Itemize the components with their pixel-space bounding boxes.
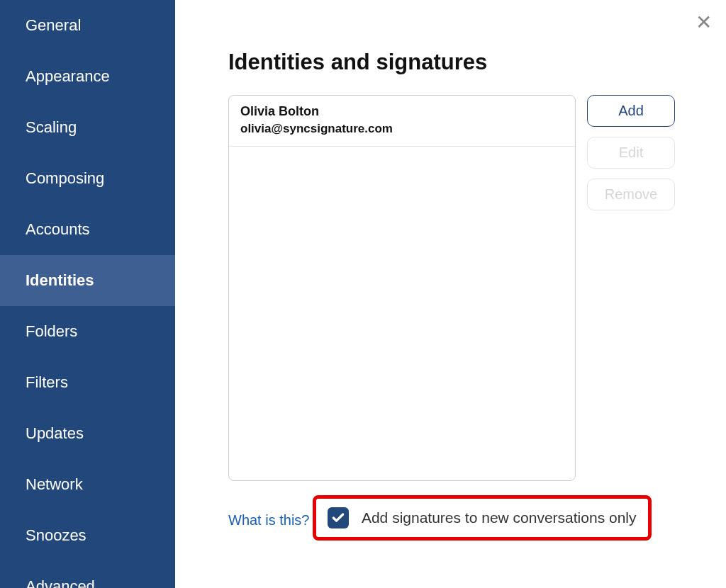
close-button[interactable]: ✕ bbox=[696, 13, 712, 33]
identity-email: olivia@syncsignature.com bbox=[240, 122, 564, 136]
sidebar-item-identities[interactable]: Identities bbox=[0, 255, 175, 306]
sidebar-item-updates[interactable]: Updates bbox=[0, 408, 175, 459]
identity-name: Olivia Bolton bbox=[240, 104, 564, 119]
edit-button: Edit bbox=[587, 137, 675, 169]
sidebar-item-snoozes[interactable]: Snoozes bbox=[0, 510, 175, 561]
remove-button: Remove bbox=[587, 179, 675, 210]
sidebar-item-composing[interactable]: Composing bbox=[0, 153, 175, 204]
page-title: Identities and signatures bbox=[228, 50, 694, 75]
sidebar-item-accounts[interactable]: Accounts bbox=[0, 204, 175, 255]
sidebar-item-advanced[interactable]: Advanced bbox=[0, 561, 175, 588]
sidebar-item-folders[interactable]: Folders bbox=[0, 306, 175, 357]
signatures-checkbox-label: Add signatures to new conversations only bbox=[362, 509, 637, 526]
signatures-checkbox[interactable] bbox=[328, 507, 349, 528]
identity-row[interactable]: Olivia Bolton olivia@syncsignature.com bbox=[229, 96, 575, 147]
help-link[interactable]: What is this? bbox=[228, 512, 309, 528]
highlighted-option: Add signatures to new conversations only bbox=[313, 495, 652, 541]
sidebar-item-network[interactable]: Network bbox=[0, 459, 175, 510]
identities-list[interactable]: Olivia Bolton olivia@syncsignature.com bbox=[228, 95, 576, 481]
add-button[interactable]: Add bbox=[587, 95, 675, 127]
button-column: Add Edit Remove bbox=[587, 95, 675, 210]
sidebar-item-filters[interactable]: Filters bbox=[0, 357, 175, 408]
main-panel: ✕ Identities and signatures Olivia Bolto… bbox=[175, 0, 726, 588]
sidebar-item-general[interactable]: General bbox=[0, 0, 175, 51]
content-row: Olivia Bolton olivia@syncsignature.com A… bbox=[228, 95, 694, 481]
check-icon bbox=[331, 511, 345, 525]
close-icon: ✕ bbox=[696, 11, 712, 33]
sidebar-item-scaling[interactable]: Scaling bbox=[0, 102, 175, 153]
sidebar-item-appearance[interactable]: Appearance bbox=[0, 51, 175, 102]
sidebar: General Appearance Scaling Composing Acc… bbox=[0, 0, 175, 588]
